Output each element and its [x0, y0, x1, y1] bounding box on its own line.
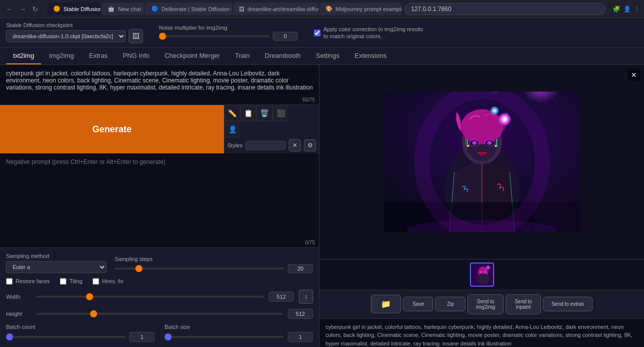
width-input[interactable]: 512 [269, 292, 294, 302]
image-area: ✕ [319, 65, 644, 259]
tiling-row: Tiling [60, 278, 83, 285]
tab-new-chat[interactable]: 🤖 New chat ✕ [102, 3, 144, 15]
width-slider[interactable] [36, 296, 264, 298]
tiling-checkbox[interactable] [60, 278, 66, 285]
width-row: Width 512 ↕ [6, 290, 313, 304]
menu-icon[interactable]: ⋮ [634, 6, 640, 13]
positive-prompt-counter: 65/75 [302, 97, 315, 103]
styles-label: Styles [227, 142, 243, 148]
checkboxes-row: Restore faces Tiling Hires. fix [6, 278, 313, 285]
color-correction-checkbox[interactable] [314, 30, 320, 36]
send-extras-button[interactable]: Send to extras [543, 297, 592, 311]
right-panel: ✕ [319, 65, 644, 347]
swap-dimensions-button[interactable]: ↕ [299, 290, 313, 304]
save-button[interactable]: Save [403, 297, 433, 311]
tab-png-info[interactable]: PNG Info [116, 48, 156, 64]
profile-icon[interactable]: 👤 [623, 6, 631, 13]
main-content: cyberpunk girl in jacket, colorful tatto… [0, 65, 644, 347]
styles-clear-button[interactable]: ✕ [289, 139, 301, 151]
sampling-steps-input[interactable]: 20 [288, 264, 313, 273]
browser-actions: 🧩 👤 ⋮ [613, 6, 640, 13]
svg-point-19 [494, 110, 496, 112]
positive-prompt-input[interactable]: cyberpunk girl in jacket, colorful tatto… [0, 65, 319, 103]
tab-train[interactable]: Train [228, 48, 257, 64]
tiling-label: Tiling [69, 278, 83, 284]
generate-button[interactable]: Generate [0, 105, 224, 153]
sampling-row: Sampling method Euler a Sampling steps 2… [6, 253, 313, 273]
tab-txt2img[interactable]: txt2img [6, 48, 41, 64]
batch-count-label: Batch count [6, 324, 154, 330]
thumbnail-image[interactable] [470, 263, 494, 287]
batch-size-slider[interactable] [165, 336, 284, 338]
pencil-icon-button[interactable]: ✏️ [224, 105, 240, 121]
negative-prompt-input[interactable] [0, 153, 319, 189]
extra-icon-button[interactable]: ⬛ [273, 105, 289, 121]
batch-size-input[interactable]: 1 [288, 332, 313, 342]
forward-button[interactable]: → [17, 4, 28, 14]
svg-point-24 [473, 142, 475, 144]
trash-icon-button[interactable]: 🗑️ [257, 105, 273, 121]
positive-prompt-area: cyberpunk girl in jacket, colorful tatto… [0, 65, 319, 105]
height-slider[interactable] [36, 313, 283, 315]
thumbnail-button[interactable]: 🖼 [129, 29, 143, 43]
svg-point-29 [495, 145, 497, 147]
sampling-steps-label: Sampling steps [115, 256, 313, 262]
hires-fix-label: Hires. fix [102, 278, 124, 284]
tab-deliberate[interactable]: 🔵 Deliberate | Stable Diffusion Che... ✕ [145, 3, 232, 15]
icon-buttons-panel: ✏️ 📋 🗑️ ⬛ 👤 Styles ✕ ⚙ [224, 105, 319, 153]
image-close-button[interactable]: ✕ [628, 69, 640, 81]
checkpoint-select[interactable]: dreamlike-diffusion-1.0.ckpt [0aecbcfa2c… [6, 30, 126, 42]
height-input[interactable]: 512 [288, 309, 313, 319]
sampling-method-label: Sampling method [6, 253, 107, 259]
hires-fix-checkbox[interactable] [93, 278, 99, 285]
tab-stable-diffusion[interactable]: 🟠 Stable Diffusion ✕ [47, 3, 101, 15]
zip-button[interactable]: Zip [435, 297, 465, 311]
send-img2img-button[interactable]: Send toimg2img [467, 294, 504, 314]
svg-point-25 [489, 142, 491, 144]
batch-count-input[interactable]: 1 [129, 332, 154, 342]
batch-count-slider[interactable] [6, 336, 125, 338]
svg-point-39 [484, 271, 486, 273]
sampling-method-select[interactable]: Euler a [6, 261, 107, 273]
styles-input[interactable] [246, 141, 286, 150]
action-buttons: 📁 Save Zip Send toimg2img Send toinpaint… [319, 290, 644, 318]
tab-extensions[interactable]: Extensions [348, 48, 394, 64]
send-inpaint-button[interactable]: Send toinpaint [506, 294, 541, 314]
tab-settings[interactable]: Settings [309, 48, 347, 64]
color-correction: Apply color correction to img2img result… [314, 26, 424, 40]
user-icon-button[interactable]: 👤 [224, 121, 240, 137]
tab-dreambooth[interactable]: Dreambooth [258, 48, 308, 64]
negative-prompt-area: 0/75 [0, 153, 319, 248]
nav-buttons[interactable]: ← → ↻ [4, 4, 40, 14]
svg-point-13 [461, 109, 503, 144]
noise-section: Noise multiplier for img2img [159, 25, 298, 41]
restore-faces-checkbox[interactable] [6, 278, 13, 285]
extensions-icon[interactable]: 🧩 [613, 6, 620, 13]
styles-row: Styles ✕ ⚙ [224, 137, 319, 153]
width-label: Width [6, 294, 31, 300]
batch-count: Batch count 1 [6, 324, 154, 342]
generated-image [384, 92, 580, 232]
refresh-button[interactable]: ↻ [30, 4, 40, 14]
noise-value-input[interactable] [273, 32, 298, 41]
tab-label: New chat [118, 6, 141, 12]
folder-button[interactable]: 📁 [371, 295, 401, 313]
restore-faces-label: Restore faces [16, 278, 50, 284]
send-inpaint-label: Send toinpaint [515, 299, 532, 310]
address-bar[interactable]: 127.0.0.1:7860 [405, 3, 606, 15]
noise-slider[interactable] [159, 35, 270, 37]
negative-prompt-counter: 0/75 [305, 240, 315, 245]
styles-apply-button[interactable]: ⚙ [304, 139, 316, 151]
tab-midjourney[interactable]: 🎨 Midjourney prompt examples i... ✕ [319, 3, 401, 15]
save-label: Save [413, 301, 424, 307]
batch-size-label: Batch size [165, 324, 313, 330]
tab-img2img[interactable]: img2img [42, 48, 81, 64]
tab-dreamlike[interactable]: 🖼 dreamlike-art/dreamlike-diffusion... ✕ [233, 3, 318, 15]
color-correction-label: Apply color correction to img2img result… [324, 26, 424, 40]
back-button[interactable]: ← [4, 4, 15, 14]
tab-checkpoint-merger[interactable]: Checkpoint Merger [157, 48, 227, 64]
tab-extras[interactable]: Extras [82, 48, 115, 64]
sampling-steps-slider[interactable] [115, 268, 284, 270]
tab-label: dreamlike-art/dreamlike-diffusion... [248, 6, 318, 12]
paste-icon-button[interactable]: 📋 [240, 105, 257, 121]
